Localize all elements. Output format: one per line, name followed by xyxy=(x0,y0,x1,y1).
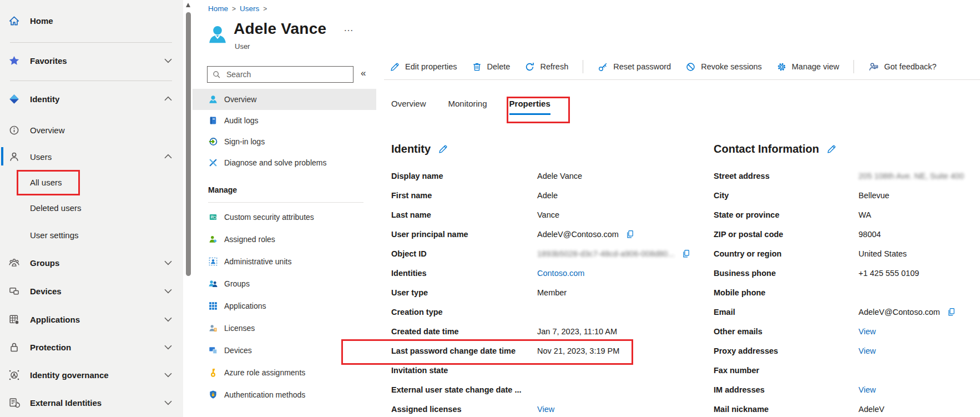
more-options-button[interactable]: … xyxy=(343,22,354,34)
nav-item-diagnose[interactable]: Diagnose and solve problems xyxy=(193,152,376,173)
sidebar-item-identity-governance[interactable]: Identity governance xyxy=(0,361,183,389)
nav-item-devices[interactable]: Devices xyxy=(193,339,376,361)
collapse-pane-button[interactable]: « xyxy=(361,68,366,79)
sidebar-item-overview[interactable]: Overview xyxy=(0,117,183,143)
property-row-city: City Bellevue xyxy=(714,185,980,205)
chevron-down-icon[interactable] xyxy=(163,314,174,325)
toolbar-separator xyxy=(583,60,583,73)
chevron-down-icon[interactable] xyxy=(163,341,174,353)
property-label: Created date time xyxy=(391,327,537,336)
edit-pencil-icon[interactable] xyxy=(438,144,448,154)
sidebar-item-devices[interactable]: Devices xyxy=(0,277,183,305)
sidebar-item-user-settings[interactable]: User settings xyxy=(0,221,183,249)
breadcrumb-users-link[interactable]: Users xyxy=(240,4,259,13)
nav-item-assigned-roles[interactable]: Assigned roles xyxy=(193,228,376,250)
property-value: WA xyxy=(858,210,871,219)
property-value-redacted: 205 108th Ave. NE, Suite 400 xyxy=(858,172,964,180)
sidebar-item-identity[interactable]: Identity xyxy=(0,81,183,117)
identity-governance-icon xyxy=(8,369,20,381)
chevron-down-icon[interactable] xyxy=(163,257,174,268)
detail-tabs: Overview Monitoring Properties xyxy=(391,99,550,115)
nav-item-sign-in-logs[interactable]: Sign-in logs xyxy=(193,131,376,152)
property-value: AdeleV@Contoso.com xyxy=(858,308,940,316)
property-label: State or province xyxy=(714,210,858,219)
sidebar-item-favorites[interactable]: Favorites xyxy=(0,43,183,78)
sidebar-item-all-users[interactable]: All users xyxy=(0,170,183,194)
user-context-pane: Home > Users > Adele Vance … User « Over… xyxy=(193,0,383,417)
sidebar-item-label: All users xyxy=(30,178,62,187)
tab-monitoring[interactable]: Monitoring xyxy=(448,99,487,115)
nav-item-custom-security-attributes[interactable]: Custom security attributes xyxy=(193,206,376,228)
sidebar-item-groups[interactable]: Groups xyxy=(0,249,183,277)
nav-item-overview[interactable]: Overview xyxy=(193,89,376,110)
view-link[interactable]: View xyxy=(537,405,554,414)
property-value: Bellevue xyxy=(858,191,890,200)
scrollbar-up-arrow[interactable] xyxy=(186,3,190,7)
nav-item-label: Devices xyxy=(224,346,252,355)
identity-diamond-icon xyxy=(8,93,20,105)
info-icon xyxy=(8,124,20,136)
property-row-display-name: Display name Adele Vance xyxy=(391,166,724,185)
sidebar-item-label: Applications xyxy=(30,315,80,324)
revoke-sessions-button[interactable]: Revoke sessions xyxy=(685,62,762,72)
property-label: Proxy addresses xyxy=(714,346,858,355)
chevron-up-icon[interactable] xyxy=(163,93,174,104)
sidebar-item-applications[interactable]: Applications xyxy=(0,305,183,333)
devices-icon xyxy=(8,285,20,297)
shield-lock-icon xyxy=(208,390,218,400)
manage-view-button[interactable]: Manage view xyxy=(776,62,839,72)
tab-overview[interactable]: Overview xyxy=(391,99,426,115)
button-label: Got feedback? xyxy=(884,62,936,71)
sidebar-item-deleted-users[interactable]: Deleted users xyxy=(0,194,183,221)
copy-icon[interactable] xyxy=(625,229,635,239)
sidebar-item-external-identities[interactable]: External Identities xyxy=(0,389,183,416)
identities-link[interactable]: Contoso.com xyxy=(537,269,584,278)
sidebar-item-home[interactable]: Home xyxy=(0,8,183,33)
property-value: Member xyxy=(537,288,567,297)
key-icon xyxy=(208,368,218,378)
copy-icon[interactable] xyxy=(681,249,691,258)
copy-icon[interactable] xyxy=(947,307,956,316)
view-link[interactable]: View xyxy=(858,385,876,394)
page-title: Adele Vance xyxy=(234,20,326,38)
sidebar-item-protection[interactable]: Protection xyxy=(0,333,183,361)
chevron-down-icon[interactable] xyxy=(163,369,174,380)
view-link[interactable]: View xyxy=(858,327,876,336)
nav-item-azure-role-assignments[interactable]: Azure role assignments xyxy=(193,361,376,384)
sidebar-scrollbar[interactable] xyxy=(184,0,193,417)
nav-item-audit-logs[interactable]: Audit logs xyxy=(193,110,376,131)
scrollbar-thumb[interactable] xyxy=(186,12,191,276)
property-value: United States xyxy=(858,249,907,258)
nav-item-administrative-units[interactable]: Administrative units xyxy=(193,250,376,273)
edit-pencil-icon[interactable] xyxy=(826,144,837,154)
reset-password-button[interactable]: Reset password xyxy=(598,62,671,72)
refresh-button[interactable]: Refresh xyxy=(524,62,568,72)
got-feedback-button[interactable]: Got feedback? xyxy=(868,62,936,72)
devices-blue-icon xyxy=(208,345,218,355)
sidebar-item-label: Identity governance xyxy=(30,370,109,380)
delete-button[interactable]: Delete xyxy=(472,62,511,72)
assigned-roles-icon xyxy=(208,234,218,244)
nav-item-licenses[interactable]: Licenses xyxy=(193,317,376,339)
nav-item-applications[interactable]: Applications xyxy=(193,295,376,317)
section-title: Contact Information xyxy=(714,143,819,155)
chevron-down-icon[interactable] xyxy=(163,55,174,66)
tab-properties[interactable]: Properties xyxy=(509,99,550,115)
sidebar-item-label: Groups xyxy=(30,258,59,268)
chevron-up-icon[interactable] xyxy=(163,151,174,162)
nav-item-label: Audit logs xyxy=(224,116,258,125)
view-link[interactable]: View xyxy=(858,346,876,355)
search-input[interactable] xyxy=(225,69,348,79)
breadcrumb-home-link[interactable]: Home xyxy=(208,4,228,13)
property-row-invitation-state: Invitation state xyxy=(391,360,724,380)
sidebar-item-users[interactable]: Users xyxy=(0,143,183,170)
edit-properties-button[interactable]: Edit properties xyxy=(390,62,457,72)
chevron-down-icon[interactable] xyxy=(163,285,174,297)
nav-item-authentication-methods[interactable]: Authentication methods xyxy=(193,384,376,406)
chevron-down-icon[interactable] xyxy=(163,397,174,408)
nav-item-groups[interactable]: Groups xyxy=(193,273,376,295)
sidebar-item-label: Protection xyxy=(30,343,71,352)
property-value: AdeleV@Contoso.com xyxy=(537,230,619,239)
button-label: Edit properties xyxy=(405,62,457,71)
search-box[interactable] xyxy=(207,66,353,83)
